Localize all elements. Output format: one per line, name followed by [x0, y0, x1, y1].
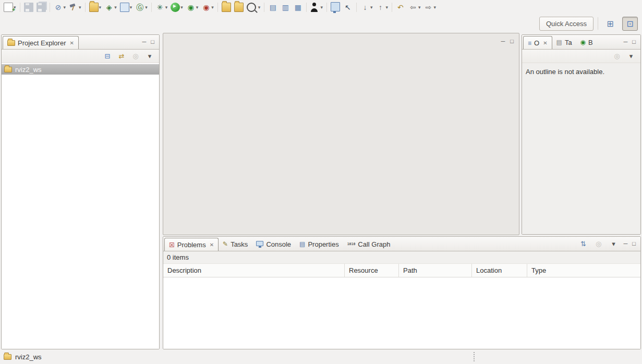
new-c-project-button[interactable]: ▾ — [88, 1, 103, 14]
new-source-file-button[interactable]: ▾ — [118, 1, 134, 14]
close-icon[interactable]: ✕ — [69, 40, 74, 46]
save-all-button[interactable] — [35, 1, 47, 14]
minimize-button[interactable]: ─ — [624, 39, 628, 45]
doc-tool-button-1[interactable]: ▤ — [267, 1, 279, 14]
open-folder-alt-button[interactable] — [233, 1, 245, 14]
column-description[interactable]: Description — [163, 264, 345, 277]
dropdown-arrow-icon[interactable]: ▾ — [99, 5, 102, 10]
outline-header: ≡ O ✕ ▤ Ta ◉ B ─ □ — [522, 35, 640, 50]
icon — [247, 3, 256, 12]
focus-task-button[interactable]: ◎ — [130, 51, 141, 62]
icon: ⊟ — [105, 52, 111, 60]
focus-task-button[interactable]: ◎ — [612, 51, 622, 62]
column-path[interactable]: Path — [399, 264, 472, 277]
maximize-button[interactable]: □ — [151, 39, 154, 45]
debug-button[interactable]: ✳ ▾ — [154, 1, 169, 14]
doc-tool-button-2[interactable]: ▥ — [279, 1, 292, 14]
dropdown-arrow-icon[interactable]: ▾ — [418, 5, 421, 10]
problems-panel: ☒ Problems ✕ ✎ Tasks Console ▤ Propertie… — [163, 236, 641, 349]
tab-problems[interactable]: ☒ Problems ✕ — [164, 238, 219, 251]
column-label: Path — [403, 266, 417, 274]
tab-task-list[interactable]: ▤ Ta — [552, 35, 576, 49]
dropdown-arrow-icon[interactable]: ▾ — [385, 5, 388, 10]
back-button[interactable]: ⇦ ▾ — [407, 1, 422, 14]
dropdown-arrow-icon[interactable]: ▾ — [130, 5, 132, 10]
tree-item-rviz2-ws[interactable]: rviz2_ws — [2, 64, 159, 75]
build-button[interactable]: ▾ — [67, 1, 83, 14]
open-folder-button[interactable] — [220, 1, 233, 14]
close-icon[interactable]: ✕ — [543, 40, 547, 46]
icon: ☒ — [169, 242, 175, 248]
maximize-button[interactable]: □ — [510, 39, 514, 44]
external-tools-button[interactable]: ◉ ▾ — [200, 1, 215, 14]
dropdown-arrow-icon[interactable]: ▾ — [211, 5, 214, 10]
skip-breakpoints-button[interactable]: ⊘ ▾ — [52, 1, 68, 14]
filter-button[interactable]: ⇅ — [578, 239, 589, 249]
dropdown-arrow-icon[interactable]: ▾ — [320, 5, 323, 10]
tab-project-explorer[interactable]: Project Explorer ✕ — [3, 36, 79, 49]
icon: ▤ — [556, 39, 562, 45]
column-type[interactable]: Type — [527, 264, 640, 277]
doc-tool-button-3[interactable]: ▦ — [292, 1, 304, 14]
icon — [234, 3, 244, 12]
user-button[interactable]: ▾ — [309, 1, 324, 14]
tab-build[interactable]: ◉ B — [576, 35, 597, 49]
dropdown-arrow-icon[interactable]: ▾ — [64, 5, 66, 10]
maximize-button[interactable]: □ — [632, 241, 636, 247]
search-button[interactable]: ▾ — [245, 1, 262, 14]
statusbar-grip[interactable] — [474, 352, 475, 361]
icon: ✎ — [223, 241, 228, 247]
terminal-button[interactable] — [329, 1, 342, 14]
last-edit-location-button[interactable]: ↶ — [394, 1, 407, 14]
tab-call-graph[interactable]: 1010 Call Graph — [343, 237, 395, 251]
dropdown-arrow-icon[interactable]: ▾ — [145, 5, 148, 10]
dropdown-arrow-icon[interactable]: ▾ — [79, 5, 81, 10]
dropdown-arrow-icon[interactable]: ▾ — [258, 5, 261, 10]
dropdown-arrow-icon[interactable]: ▾ — [370, 5, 373, 10]
previous-annotation-button[interactable]: ↑ ▾ — [374, 1, 390, 14]
view-menu-button[interactable]: ▾ — [626, 51, 636, 62]
minimize-button[interactable]: ─ — [624, 241, 628, 247]
link-editor-button[interactable]: ⇄ — [116, 51, 127, 62]
minimize-button[interactable]: ─ — [501, 39, 505, 44]
tab-console[interactable]: Console — [252, 237, 295, 251]
minimize-button[interactable]: ─ — [142, 39, 147, 45]
view-menu-button[interactable]: ▾ — [144, 51, 155, 62]
tab-properties[interactable]: ▤ Properties — [295, 237, 343, 251]
new-class-button[interactable]: ◈ ▾ — [103, 1, 118, 14]
dropdown-arrow-icon[interactable]: ▾ — [196, 5, 199, 10]
perspective-icon: ⊡ — [626, 19, 633, 29]
generate-button[interactable]: Ⓖ ▾ — [134, 1, 149, 14]
focus-task-button[interactable]: ◎ — [593, 239, 604, 249]
close-icon[interactable]: ✕ — [210, 242, 214, 248]
save-button[interactable] — [22, 1, 35, 14]
dropdown-arrow-icon[interactable]: ▾ — [434, 5, 437, 10]
icon — [171, 3, 180, 12]
cpp-perspective-button[interactable]: ⊡ — [622, 17, 638, 31]
folder-icon — [4, 67, 12, 72]
dropdown-arrow-icon[interactable]: ▾ — [180, 5, 183, 10]
forward-button[interactable]: ⇨ ▾ — [422, 1, 438, 14]
project-explorer-tree: rviz2_ws — [2, 63, 159, 349]
icon: ▤ — [268, 3, 277, 12]
toolbar-separator — [598, 17, 598, 30]
pointer-button[interactable]: ↖ — [342, 1, 354, 14]
column-resource[interactable]: Resource — [345, 264, 399, 277]
dropdown-arrow-icon[interactable]: ▾ — [114, 5, 117, 10]
new-wizard-button[interactable]: ▾ — [2, 1, 18, 14]
run-button[interactable]: ▾ — [169, 1, 185, 14]
column-location[interactable]: Location — [472, 264, 527, 277]
tab-tasks[interactable]: ✎ Tasks — [219, 237, 252, 251]
dropdown-arrow-icon[interactable]: ▾ — [165, 5, 168, 10]
profile-button[interactable]: ◉ ▾ — [185, 1, 200, 14]
next-annotation-button[interactable]: ↓ ▾ — [359, 1, 374, 14]
maximize-button[interactable]: □ — [632, 39, 636, 45]
icon: ◉ — [201, 3, 211, 12]
tab-outline[interactable]: ≡ O ✕ — [523, 36, 552, 49]
open-perspective-button[interactable]: ⊞ — [602, 17, 618, 31]
outline-message: An outline is not available. — [526, 68, 604, 76]
collapse-all-button[interactable]: ⊟ — [102, 51, 113, 62]
view-menu-button[interactable]: ▾ — [609, 239, 619, 249]
quick-access-button[interactable]: Quick Access — [539, 17, 593, 31]
icon — [37, 3, 46, 12]
